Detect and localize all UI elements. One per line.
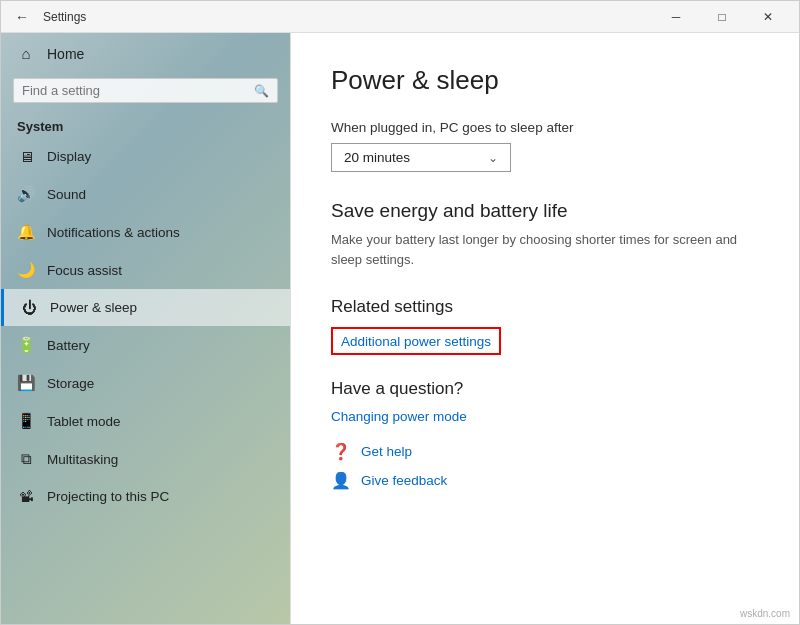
sidebar-item-power[interactable]: ⏻ Power & sleep (1, 289, 290, 326)
sidebar-item-battery[interactable]: 🔋 Battery (1, 326, 290, 364)
tablet-icon: 📱 (17, 412, 35, 430)
sidebar-item-battery-label: Battery (47, 338, 90, 353)
sidebar-item-tablet-label: Tablet mode (47, 414, 121, 429)
sidebar-item-storage-label: Storage (47, 376, 94, 391)
get-help-link[interactable]: Get help (361, 444, 412, 459)
sleep-dropdown-wrapper: 20 minutes ⌄ (331, 143, 759, 172)
storage-icon: 💾 (17, 374, 35, 392)
title-bar: ← Settings ─ □ ✕ (1, 1, 799, 33)
energy-section-title: Save energy and battery life (331, 200, 759, 222)
sidebar-item-sound[interactable]: 🔊 Sound (1, 175, 290, 213)
main-content: Power & sleep When plugged in, PC goes t… (291, 33, 799, 624)
watermark: wskdn.com (740, 608, 790, 619)
sidebar-item-power-label: Power & sleep (50, 300, 137, 315)
sleep-dropdown[interactable]: 20 minutes ⌄ (331, 143, 511, 172)
sidebar-item-focus[interactable]: 🌙 Focus assist (1, 251, 290, 289)
sidebar-item-home[interactable]: ⌂ Home (1, 33, 290, 74)
energy-section-desc: Make your battery last longer by choosin… (331, 230, 759, 269)
search-input[interactable] (22, 83, 248, 98)
battery-icon: 🔋 (17, 336, 35, 354)
chevron-down-icon: ⌄ (488, 151, 498, 165)
get-help-item[interactable]: ❓ Get help (331, 442, 759, 461)
sidebar-item-display[interactable]: 🖥 Display (1, 138, 290, 175)
sidebar-item-sound-label: Sound (47, 187, 86, 202)
question-title: Have a question? (331, 379, 759, 399)
power-icon: ⏻ (20, 299, 38, 316)
additional-power-box: Additional power settings (331, 327, 501, 355)
give-feedback-link[interactable]: Give feedback (361, 473, 447, 488)
sidebar-section-label: System (1, 111, 290, 138)
get-help-icon: ❓ (331, 442, 351, 461)
title-bar-title: Settings (43, 10, 86, 24)
sleep-dropdown-value: 20 minutes (344, 150, 410, 165)
sidebar-item-display-label: Display (47, 149, 91, 164)
sidebar-search-box[interactable]: 🔍 (13, 78, 278, 103)
sidebar-item-multitasking-label: Multitasking (47, 452, 118, 467)
sidebar-item-storage[interactable]: 💾 Storage (1, 364, 290, 402)
changing-power-mode-link[interactable]: Changing power mode (331, 409, 759, 424)
page-title: Power & sleep (331, 65, 759, 96)
sidebar-item-projecting-label: Projecting to this PC (47, 489, 169, 504)
focus-icon: 🌙 (17, 261, 35, 279)
give-feedback-item[interactable]: 👤 Give feedback (331, 471, 759, 490)
sleep-label: When plugged in, PC goes to sleep after (331, 120, 759, 135)
minimize-button[interactable]: ─ (653, 1, 699, 33)
sound-icon: 🔊 (17, 185, 35, 203)
sidebar-home-label: Home (47, 46, 84, 62)
sidebar-item-notifications[interactable]: 🔔 Notifications & actions (1, 213, 290, 251)
maximize-button[interactable]: □ (699, 1, 745, 33)
related-settings-label: Related settings (331, 297, 759, 317)
display-icon: 🖥 (17, 148, 35, 165)
sidebar-item-projecting[interactable]: 📽 Projecting to this PC (1, 478, 290, 515)
title-bar-left: ← Settings (9, 7, 86, 27)
search-icon: 🔍 (254, 84, 269, 98)
settings-window: ← Settings ─ □ ✕ ⌂ Home 🔍 System 🖥 Displ… (0, 0, 800, 625)
notifications-icon: 🔔 (17, 223, 35, 241)
home-icon: ⌂ (17, 45, 35, 62)
sidebar-item-tablet[interactable]: 📱 Tablet mode (1, 402, 290, 440)
content-area: ⌂ Home 🔍 System 🖥 Display 🔊 Sound 🔔 Noti… (1, 33, 799, 624)
sidebar-item-focus-label: Focus assist (47, 263, 122, 278)
sidebar: ⌂ Home 🔍 System 🖥 Display 🔊 Sound 🔔 Noti… (1, 33, 291, 624)
additional-power-link[interactable]: Additional power settings (341, 334, 491, 349)
title-bar-controls: ─ □ ✕ (653, 1, 791, 33)
projecting-icon: 📽 (17, 488, 35, 505)
sidebar-item-notifications-label: Notifications & actions (47, 225, 180, 240)
close-button[interactable]: ✕ (745, 1, 791, 33)
multitasking-icon: ⧉ (17, 450, 35, 468)
give-feedback-icon: 👤 (331, 471, 351, 490)
sidebar-item-multitasking[interactable]: ⧉ Multitasking (1, 440, 290, 478)
back-button[interactable]: ← (9, 7, 35, 27)
